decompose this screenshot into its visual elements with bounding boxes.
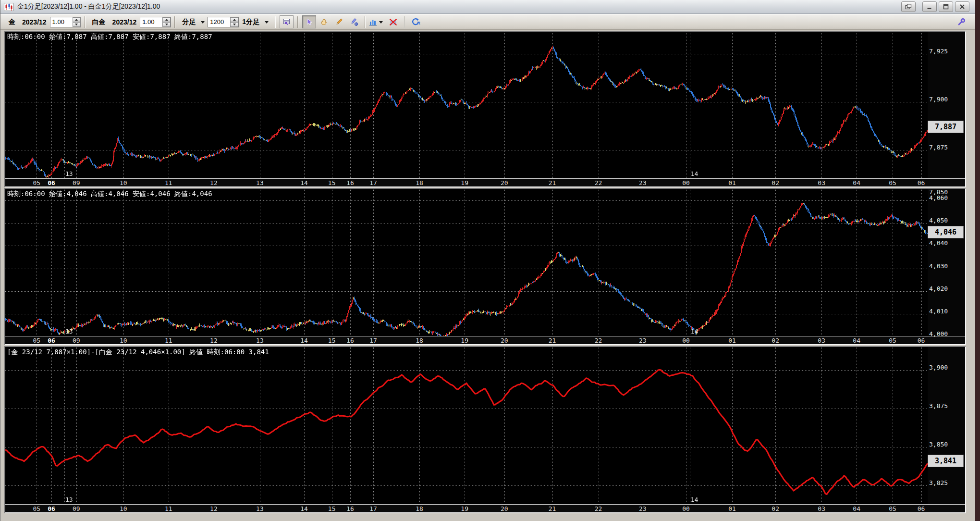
x-axis-label: 00 bbox=[682, 505, 690, 512]
gold-candle-canvas[interactable] bbox=[5, 32, 928, 178]
gold-ratio-up-button[interactable] bbox=[73, 17, 81, 22]
x-axis-label: 16 bbox=[346, 505, 354, 512]
x-axis-label: 00 bbox=[682, 179, 690, 186]
platinum-ratio-input[interactable] bbox=[140, 17, 162, 27]
spread-time-axis[interactable]: 0506091011121314151617181920212223000102… bbox=[5, 504, 965, 512]
platinum-ratio-down-button[interactable] bbox=[162, 22, 171, 27]
x-axis-label: 05 bbox=[889, 505, 896, 512]
bar-count-up-button[interactable] bbox=[230, 17, 238, 22]
gold-month-label: 2023/12 bbox=[22, 18, 47, 26]
x-axis-label: 14 bbox=[300, 179, 308, 186]
window-title: 金1分足[2023/12]1.00 - 白金1分足[2023/12]1.00 bbox=[17, 2, 160, 11]
x-axis-label: 02 bbox=[772, 337, 779, 344]
x-axis-label: 06 bbox=[48, 505, 55, 512]
platinum-time-axis[interactable]: 0506091011121314151617181920212223000102… bbox=[5, 336, 965, 344]
gold-plot-area[interactable]: 時刻:06:00 始値:7,887 高値:7,887 安値:7,887 終値:7… bbox=[5, 32, 928, 178]
marker-crosshair-button[interactable] bbox=[347, 15, 361, 28]
platinum-ratio-up-button[interactable] bbox=[162, 17, 171, 22]
x-axis-label: 13 bbox=[256, 337, 264, 344]
gold-time-axis[interactable]: 0506091011121314151617181920212223000102… bbox=[5, 178, 965, 186]
pencil-draw-button[interactable] bbox=[332, 15, 346, 28]
minimize-button[interactable] bbox=[922, 1, 937, 12]
x-axis-label: 10 bbox=[120, 179, 127, 186]
bar-count-spinner[interactable] bbox=[208, 17, 239, 27]
bar-count-down-button[interactable] bbox=[230, 22, 238, 27]
x-axis-label: 16 bbox=[346, 179, 354, 186]
spread-price-axis[interactable]: 3,9003,8753,8503,8253,841 bbox=[928, 347, 965, 504]
refresh-icon: R bbox=[411, 18, 420, 26]
current-price-box: 3,841 bbox=[928, 455, 964, 467]
chart-client-area: 時刻:06:00 始値:7,887 高値:7,887 安値:7,887 終値:7… bbox=[0, 30, 975, 521]
platinum-month-label: 2023/12 bbox=[112, 18, 137, 26]
x-axis-label: 17 bbox=[369, 337, 377, 344]
timeframe-dropdown[interactable]: 1分足 bbox=[239, 18, 271, 26]
y-axis-label: 4,040 bbox=[929, 239, 948, 247]
x-axis-label: 11 bbox=[165, 337, 172, 344]
x-axis-label: 16 bbox=[346, 337, 354, 344]
x-axis-label: 17 bbox=[369, 505, 377, 512]
x-axis-label: 11 bbox=[165, 179, 172, 186]
chevron-down-icon bbox=[379, 21, 383, 24]
refresh-button[interactable]: R bbox=[409, 15, 423, 28]
hand-pan-button[interactable] bbox=[317, 15, 331, 28]
x-axis-label: 09 bbox=[73, 337, 80, 344]
day-change-marker: 14 bbox=[691, 328, 698, 335]
gold-symbol-label: 金 bbox=[9, 18, 15, 26]
x-axis-label: 02 bbox=[772, 505, 779, 512]
interval-dropdown-label: 分足 bbox=[182, 18, 196, 26]
current-price-box: 7,887 bbox=[928, 121, 964, 133]
x-axis-label: 01 bbox=[728, 179, 736, 186]
wrench-icon bbox=[957, 18, 966, 26]
spread-plot-area[interactable]: [金 23/12 7,887×1.00]-[白金 23/12 4,046×1.0… bbox=[5, 347, 928, 504]
gold-price-axis[interactable]: 7,9257,9007,8757,887 bbox=[928, 32, 965, 178]
spread-line-canvas[interactable] bbox=[5, 347, 928, 504]
gold-ratio-input[interactable] bbox=[50, 17, 73, 27]
day-change-marker: 13 bbox=[65, 328, 73, 335]
interval-dropdown[interactable]: 分足 bbox=[179, 18, 208, 26]
close-icon bbox=[959, 4, 965, 10]
x-axis-label: 18 bbox=[416, 505, 423, 512]
x-axis-label: 22 bbox=[595, 179, 602, 186]
titlebar[interactable]: 金1分足[2023/12]1.00 - 白金1分足[2023/12]1.00 bbox=[0, 0, 975, 14]
x-axis-label: 06 bbox=[918, 337, 925, 344]
data-window-button[interactable] bbox=[280, 15, 294, 28]
settings-wrench-button[interactable] bbox=[955, 16, 968, 28]
x-axis-label: 12 bbox=[210, 179, 218, 186]
x-axis-label: 14 bbox=[300, 337, 308, 344]
x-axis-label: 01 bbox=[728, 505, 736, 512]
x-axis-label: 06 bbox=[48, 337, 55, 344]
x-axis-label: 21 bbox=[549, 179, 556, 186]
close-button[interactable] bbox=[955, 1, 969, 12]
x-axis-label: 12 bbox=[210, 505, 218, 512]
x-axis-label: 15 bbox=[328, 179, 336, 186]
x-axis-label: 03 bbox=[818, 337, 825, 344]
minimize-icon bbox=[927, 4, 932, 10]
gold-ratio-down-button[interactable] bbox=[73, 22, 81, 27]
platinum-ratio-spinner[interactable] bbox=[140, 17, 171, 27]
gold-ratio-spinner[interactable] bbox=[50, 17, 81, 27]
x-axis-label: 19 bbox=[461, 179, 468, 186]
timeframe-dropdown-label: 1分足 bbox=[242, 18, 259, 26]
maximize-button[interactable] bbox=[939, 1, 953, 12]
x-axis-label: 12 bbox=[210, 337, 218, 344]
bar-chart-icon bbox=[369, 18, 377, 26]
hand-pan-icon bbox=[320, 18, 328, 26]
platinum-plot-area[interactable]: 時刻:06:00 始値:4,046 高値:4,046 安値:4,046 終値:4… bbox=[5, 189, 928, 336]
x-axis-label: 14 bbox=[300, 505, 308, 512]
bar-count-input[interactable] bbox=[208, 17, 230, 27]
remove-chart-button[interactable] bbox=[386, 15, 400, 28]
x-axis-label: 19 bbox=[461, 337, 468, 344]
x-axis-label: 20 bbox=[501, 337, 508, 344]
cursor-select-button[interactable] bbox=[302, 15, 316, 28]
y-axis-label: 7,900 bbox=[929, 96, 948, 103]
chart-type-button[interactable] bbox=[369, 18, 386, 26]
x-axis-label: 05 bbox=[889, 337, 896, 344]
day-change-marker: 13 bbox=[65, 496, 73, 503]
platinum-price-axis[interactable]: 4,0604,0504,0404,0304,0204,0104,0007,850… bbox=[928, 189, 965, 336]
float-window-button[interactable] bbox=[901, 1, 916, 12]
platinum-candle-canvas[interactable] bbox=[5, 189, 928, 336]
day-change-marker: 13 bbox=[65, 170, 73, 177]
toolbar: 金 2023/12 白金 2023/12 分足 bbox=[0, 14, 975, 30]
x-axis-label: 21 bbox=[549, 337, 556, 344]
gold-quote-info: 時刻:06:00 始値:7,887 高値:7,887 安値:7,887 終値:7… bbox=[7, 33, 212, 41]
